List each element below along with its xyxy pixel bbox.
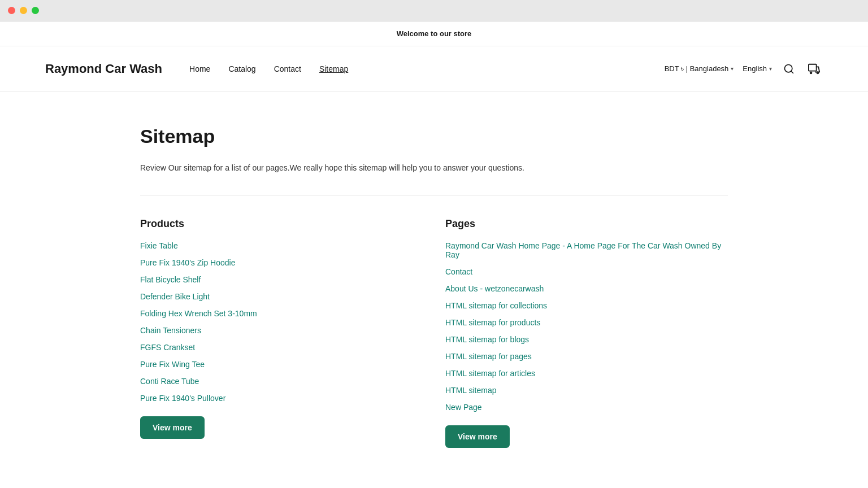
svg-rect-2 (809, 64, 817, 71)
sitemap-grid: Products Fixie Table Pure Fix 1940's Zip… (140, 218, 728, 448)
product-link-4[interactable]: Folding Hex Wrench Set 3-10mm (140, 309, 257, 318)
products-view-more-button[interactable]: View more (140, 416, 205, 439)
page-link-1[interactable]: Contact (445, 267, 472, 276)
search-icon (783, 63, 795, 75)
site-logo[interactable]: Raymond Car Wash (45, 62, 162, 76)
product-link-9[interactable]: Pure Fix 1940's Pullover (140, 394, 225, 403)
list-item: Flat Bicycle Shelf (140, 275, 423, 284)
language-chevron-icon: ▾ (769, 66, 772, 72)
list-item: FGFS Crankset (140, 343, 423, 352)
list-item: Chain Tensioners (140, 326, 423, 335)
header-left: Raymond Car Wash Home Catalog Contact Si… (45, 62, 348, 76)
currency-label: BDT ৳ | Bangladesh (665, 64, 729, 73)
svg-line-1 (791, 71, 793, 73)
page-link-9[interactable]: New Page (445, 403, 482, 412)
svg-point-3 (810, 72, 812, 73)
list-item: Pure Fix 1940's Pullover (140, 394, 423, 403)
page-link-0[interactable]: Raymond Car Wash Home Page - A Home Page… (445, 241, 721, 259)
page-link-2[interactable]: About Us - wetzonecarwash (445, 284, 544, 293)
language-selector[interactable]: English ▾ (743, 64, 772, 73)
nav-sitemap[interactable]: Sitemap (319, 64, 348, 73)
list-item: HTML sitemap for collections (445, 301, 728, 310)
list-item: Folding Hex Wrench Set 3-10mm (140, 309, 423, 318)
page-link-7[interactable]: HTML sitemap for articles (445, 369, 535, 378)
pages-view-more-button[interactable]: View more (445, 425, 510, 448)
product-link-7[interactable]: Pure Fix Wing Tee (140, 360, 205, 369)
cart-button[interactable] (806, 60, 823, 77)
product-link-5[interactable]: Chain Tensioners (140, 326, 201, 335)
list-item: Contact (445, 267, 728, 276)
list-item: Conti Race Tube (140, 377, 423, 386)
list-item: New Page (445, 403, 728, 412)
list-item: HTML sitemap for pages (445, 352, 728, 361)
main-nav: Home Catalog Contact Sitemap (189, 64, 348, 73)
list-item: HTML sitemap for articles (445, 369, 728, 378)
page-title: Sitemap (140, 125, 728, 147)
product-link-3[interactable]: Defender Bike Light (140, 292, 210, 301)
list-item: About Us - wetzonecarwash (445, 284, 728, 293)
pages-heading: Pages (445, 218, 728, 230)
list-item: Fixie Table (140, 241, 423, 250)
minimize-button[interactable] (20, 7, 27, 14)
page-link-6[interactable]: HTML sitemap for pages (445, 352, 532, 361)
products-section: Products Fixie Table Pure Fix 1940's Zip… (140, 218, 423, 448)
currency-chevron-icon: ▾ (731, 66, 734, 72)
product-link-0[interactable]: Fixie Table (140, 241, 178, 250)
maximize-button[interactable] (32, 7, 39, 14)
announcement-text: Welcome to our store (397, 29, 472, 38)
titlebar (0, 0, 868, 21)
nav-catalog[interactable]: Catalog (228, 64, 255, 73)
search-button[interactable] (781, 61, 797, 77)
list-item: HTML sitemap for blogs (445, 335, 728, 344)
page-link-5[interactable]: HTML sitemap for blogs (445, 335, 529, 344)
product-link-6[interactable]: FGFS Crankset (140, 343, 195, 352)
products-heading: Products (140, 218, 423, 230)
header-right: BDT ৳ | Bangladesh ▾ English ▾ (665, 60, 823, 77)
language-label: English (743, 64, 767, 73)
products-list: Fixie Table Pure Fix 1940's Zip Hoodie F… (140, 241, 423, 403)
close-button[interactable] (8, 7, 15, 14)
nav-home[interactable]: Home (189, 64, 210, 73)
product-link-2[interactable]: Flat Bicycle Shelf (140, 275, 201, 284)
list-item: Raymond Car Wash Home Page - A Home Page… (445, 241, 728, 259)
page-link-3[interactable]: HTML sitemap for collections (445, 301, 547, 310)
main-content: Sitemap Review Our sitemap for a list of… (95, 91, 773, 488)
pages-section: Pages Raymond Car Wash Home Page - A Hom… (445, 218, 728, 448)
list-item: HTML sitemap for products (445, 318, 728, 327)
page-link-4[interactable]: HTML sitemap for products (445, 318, 540, 327)
cart-icon (808, 63, 821, 75)
announcement-bar: Welcome to our store (0, 21, 868, 46)
svg-point-4 (817, 72, 819, 73)
page-description: Review Our sitemap for a list of our pag… (140, 163, 728, 172)
list-item: Defender Bike Light (140, 292, 423, 301)
nav-contact[interactable]: Contact (274, 64, 301, 73)
product-link-8[interactable]: Conti Race Tube (140, 377, 199, 386)
product-link-1[interactable]: Pure Fix 1940's Zip Hoodie (140, 258, 235, 267)
list-item: Pure Fix Wing Tee (140, 360, 423, 369)
list-item: Pure Fix 1940's Zip Hoodie (140, 258, 423, 267)
list-item: HTML sitemap (445, 386, 728, 395)
pages-list: Raymond Car Wash Home Page - A Home Page… (445, 241, 728, 412)
header: Raymond Car Wash Home Catalog Contact Si… (0, 46, 868, 91)
page-link-8[interactable]: HTML sitemap (445, 386, 497, 395)
currency-selector[interactable]: BDT ৳ | Bangladesh ▾ (665, 64, 734, 73)
divider (140, 195, 728, 195)
